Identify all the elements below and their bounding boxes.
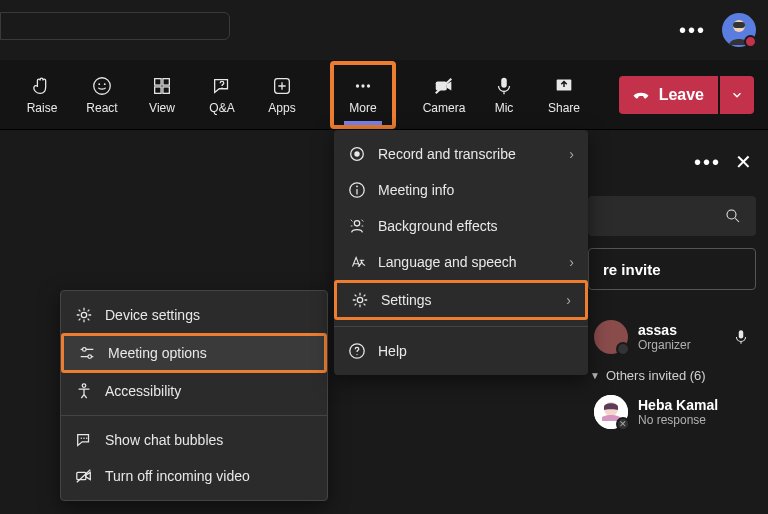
svg-rect-5	[155, 78, 161, 84]
user-avatar[interactable]	[722, 13, 756, 47]
menu-settings[interactable]: Settings ›	[334, 280, 588, 320]
svg-point-2	[94, 77, 111, 94]
submenu-label: Meeting options	[108, 345, 207, 361]
menu-label: Record and transcribe	[378, 146, 516, 162]
submenu-accessibility[interactable]: Accessibility	[61, 373, 327, 409]
qa-button[interactable]: Q&A	[194, 66, 250, 124]
raise-hand-button[interactable]: Raise	[14, 66, 70, 124]
share-invite-label: re invite	[603, 261, 661, 278]
raise-label: Raise	[27, 101, 58, 115]
menu-meeting-info[interactable]: Meeting info	[334, 172, 588, 208]
submenu-chat-bubbles[interactable]: Show chat bubbles	[61, 422, 327, 458]
svg-point-27	[357, 297, 362, 302]
participant-role: Organizer	[638, 338, 691, 352]
svg-point-36	[86, 437, 87, 438]
participant-status: No response	[638, 413, 718, 427]
pane-close-button[interactable]: ✕	[735, 150, 752, 174]
participant-name: assas	[638, 322, 691, 338]
menu-separator	[61, 415, 327, 416]
menu-label: Settings	[381, 292, 432, 308]
svg-rect-6	[163, 78, 169, 84]
participant-organizer[interactable]: assas Organizer	[588, 314, 760, 360]
svg-point-11	[356, 84, 359, 87]
camera-button[interactable]: Camera	[416, 66, 472, 124]
submenu-label: Turn off incoming video	[105, 468, 250, 484]
menu-label: Help	[378, 343, 407, 359]
menu-label: Background effects	[378, 218, 498, 234]
svg-point-18	[727, 210, 736, 219]
svg-point-33	[82, 384, 86, 388]
svg-point-3	[98, 83, 100, 85]
svg-rect-7	[155, 86, 161, 92]
search-icon	[724, 207, 742, 225]
chevron-right-icon: ›	[569, 146, 574, 162]
apps-button[interactable]: Apps	[254, 66, 310, 124]
svg-point-31	[83, 348, 87, 352]
more-label: More	[349, 101, 376, 115]
accessibility-icon	[75, 382, 93, 400]
leave-button[interactable]: Leave	[619, 76, 718, 114]
menu-label: Meeting info	[378, 182, 454, 198]
status-dot	[616, 342, 630, 356]
hangup-icon	[631, 85, 651, 105]
gear-icon	[75, 306, 93, 324]
mic-label: Mic	[495, 101, 514, 115]
others-invited-header[interactable]: ▼ Others invited (6)	[588, 360, 760, 389]
avatar	[594, 320, 628, 354]
svg-point-25	[356, 186, 358, 188]
svg-rect-8	[163, 86, 169, 92]
mic-icon	[732, 328, 750, 346]
share-button[interactable]: Share	[536, 66, 592, 124]
menu-background-effects[interactable]: Background effects	[334, 208, 588, 244]
leave-more-button[interactable]	[720, 76, 754, 114]
participant-search[interactable]	[588, 196, 756, 236]
chevron-down-icon: ▼	[590, 370, 600, 381]
react-button[interactable]: React	[74, 66, 130, 124]
pane-more-icon[interactable]: •••	[694, 151, 721, 174]
more-button[interactable]: More	[336, 67, 390, 123]
react-label: React	[86, 101, 117, 115]
participant-row[interactable]: ✕ Heba Kamal No response	[588, 389, 760, 435]
share-label: Share	[548, 101, 580, 115]
more-highlight: More	[330, 61, 396, 129]
svg-point-23	[354, 151, 359, 156]
svg-rect-19	[739, 330, 744, 338]
participant-name: Heba Kamal	[638, 397, 718, 413]
header-more-icon[interactable]: •••	[679, 19, 706, 42]
svg-point-29	[356, 354, 357, 355]
presence-dot	[744, 35, 757, 48]
help-icon	[348, 342, 366, 360]
svg-point-13	[367, 84, 370, 87]
svg-rect-1	[733, 22, 745, 28]
submenu-label: Show chat bubbles	[105, 432, 223, 448]
svg-point-4	[104, 83, 106, 85]
meeting-toolbar: Raise React View Q&A Apps More Camera Mi…	[0, 60, 768, 130]
camera-label: Camera	[423, 101, 466, 115]
status-dot: ✕	[616, 417, 630, 431]
submenu-turn-off-video[interactable]: Turn off incoming video	[61, 458, 327, 494]
chevron-right-icon: ›	[566, 292, 571, 308]
svg-point-32	[88, 355, 92, 359]
video-off-icon	[75, 467, 93, 485]
mic-button[interactable]: Mic	[476, 66, 532, 124]
info-icon	[348, 181, 366, 199]
leave-label: Leave	[659, 86, 704, 104]
menu-record[interactable]: Record and transcribe ›	[334, 136, 588, 172]
share-invite-button[interactable]: re invite	[588, 248, 756, 290]
apps-label: Apps	[268, 101, 295, 115]
submenu-meeting-options[interactable]: Meeting options	[61, 333, 327, 373]
language-icon	[348, 253, 366, 271]
chevron-right-icon: ›	[569, 254, 574, 270]
menu-language[interactable]: Language and speech ›	[334, 244, 588, 280]
more-underline	[344, 121, 382, 125]
gear-icon	[351, 291, 369, 309]
menu-separator	[334, 326, 588, 327]
settings-submenu: Device settings Meeting options Accessib…	[60, 290, 328, 501]
view-button[interactable]: View	[134, 66, 190, 124]
view-label: View	[149, 101, 175, 115]
submenu-device-settings[interactable]: Device settings	[61, 297, 327, 333]
menu-help[interactable]: Help	[334, 333, 588, 369]
sliders-icon	[78, 344, 96, 362]
svg-point-35	[83, 437, 84, 438]
participants-pane: ••• ✕ re invite assas Organizer ▼ Others…	[588, 140, 768, 435]
